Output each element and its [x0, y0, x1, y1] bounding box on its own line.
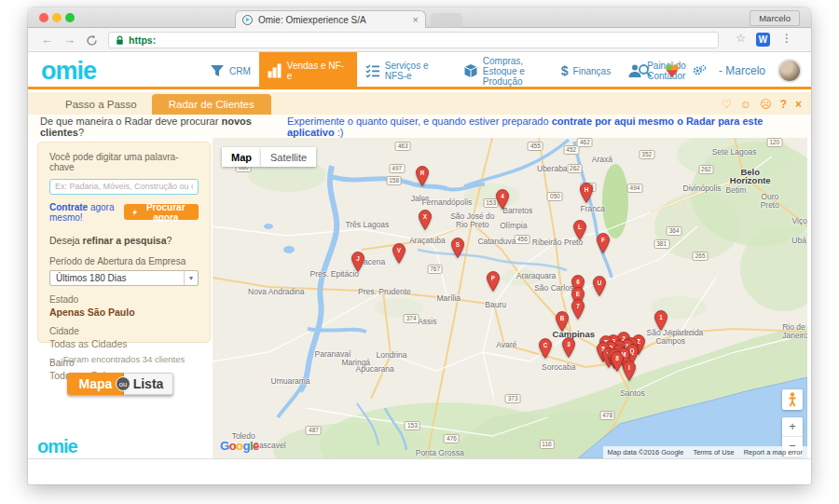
map-marker-H[interactable]: H — [580, 183, 593, 203]
new-tab-button[interactable] — [431, 13, 462, 28]
list-view-button[interactable]: Lista — [124, 373, 173, 395]
minimize-window-button[interactable] — [52, 13, 62, 22]
map-marker-I[interactable]: I — [623, 361, 636, 381]
app-header: omie CRM Vendas e NF-e Serviços e NFS-e … — [28, 52, 811, 89]
search-icon[interactable] — [638, 63, 653, 78]
road-shield: 767 — [427, 265, 443, 274]
svg-text:X: X — [423, 213, 428, 220]
road-shield: 265 — [693, 252, 708, 261]
city-label: Divinópolis — [683, 184, 722, 193]
checklist-icon — [365, 63, 380, 78]
browser-profile-chip[interactable]: Marcelo — [750, 10, 800, 26]
map-marker-X[interactable]: X — [419, 210, 432, 230]
road-shield: 374 — [404, 314, 420, 323]
map-marker-1[interactable]: 1 — [654, 310, 667, 331]
footer-omie-logo: omie — [37, 436, 77, 457]
city-label: Aparecida — [667, 329, 703, 337]
city-label: Fernandópolis — [421, 198, 472, 207]
svg-text:I: I — [628, 364, 630, 371]
map-marker-L[interactable]: L — [573, 220, 586, 240]
extension-icon[interactable]: W — [756, 33, 770, 47]
city-label: Sete Lagoas — [712, 148, 757, 157]
svg-text:J: J — [356, 255, 360, 262]
map-marker-7[interactable]: 7 — [571, 299, 585, 320]
user-menu[interactable]: - Marcelo — [719, 64, 765, 77]
maximize-window-button[interactable] — [65, 13, 75, 22]
svg-text:L: L — [578, 224, 582, 230]
nav-item-financas[interactable]: $ Finanças — [553, 52, 619, 89]
map-marker-S[interactable]: S — [451, 238, 464, 258]
map-marker-3[interactable]: 3 — [562, 337, 575, 358]
svg-text:V: V — [397, 246, 402, 252]
refine-question: Deseja refinar a pesquisa? — [49, 235, 199, 246]
lightning-icon — [132, 208, 137, 217]
svg-text:F: F — [601, 236, 605, 242]
nav-item-compras[interactable]: Compras, Estoque e Produção — [455, 52, 553, 89]
svg-text:B: B — [560, 315, 565, 321]
period-label: Período de Abertura da Empresa — [49, 256, 199, 266]
close-window-button[interactable] — [39, 13, 48, 22]
browser-tab[interactable]: Omie: Omiexperience S/A × — [235, 10, 426, 28]
smile-face-icon[interactable]: ☺ — [740, 99, 751, 110]
map-marker-4[interactable]: 4 — [496, 189, 509, 210]
chevron-down-icon: ▾ — [184, 271, 198, 285]
nav-item-servicos[interactable]: Serviços e NFS-e — [357, 52, 455, 89]
pegman-control[interactable] — [782, 389, 803, 410]
road-shield: 050 — [547, 192, 563, 201]
map-type-satellite-button[interactable]: Satellite — [261, 147, 316, 167]
map-marker-J[interactable]: J — [351, 252, 364, 272]
settings-gears-icon[interactable] — [692, 63, 707, 78]
zoom-in-button[interactable]: + — [782, 417, 803, 437]
user-avatar[interactable] — [777, 59, 802, 83]
hire-now-link[interactable]: Contrate agora mesmo! — [49, 202, 124, 223]
map-marker-V[interactable]: V — [392, 243, 406, 264]
svg-text:P: P — [491, 275, 496, 281]
road-shield: 352 — [639, 150, 654, 159]
pegman-icon — [788, 392, 797, 407]
tab-close-icon[interactable]: × — [413, 14, 419, 25]
nav-item-vendas[interactable]: Vendas e NF-e — [259, 52, 357, 89]
map-marker-C[interactable]: C — [539, 338, 552, 359]
https-lock-icon — [116, 35, 124, 46]
browser-menu-icon[interactable]: ⋮ — [781, 32, 792, 45]
city-label: Londrina — [376, 350, 406, 359]
omie-logo: omie — [41, 57, 96, 85]
map-marker-F[interactable]: F — [597, 233, 610, 253]
close-page-icon[interactable]: × — [795, 99, 802, 110]
nav-item-crm[interactable]: CRM — [201, 52, 259, 89]
map-type-map-button[interactable]: Map — [222, 147, 261, 167]
state-filter: Estado Apenas São Paulo — [49, 294, 199, 318]
terms-of-use-link[interactable]: Terms of Use — [688, 446, 738, 458]
period-select[interactable]: Últimos 180 Dias ▾ — [49, 270, 199, 286]
road-shield: 262 — [698, 165, 714, 174]
map-marker-R[interactable]: R — [416, 166, 429, 186]
apps-heart-icon[interactable] — [665, 63, 680, 78]
favorite-heart-icon[interactable]: ♡ — [722, 99, 732, 110]
help-icon[interactable]: ? — [780, 99, 787, 110]
state-value[interactable]: Apenas São Paulo — [49, 306, 199, 318]
bookmark-star-icon[interactable]: ☆ — [736, 32, 746, 45]
map-marker-U[interactable]: U — [593, 276, 606, 296]
map-marker-B[interactable]: B — [556, 311, 569, 332]
search-now-button[interactable]: Procurar agora — [124, 204, 199, 220]
city-label: Araxá — [592, 156, 612, 164]
forward-button[interactable]: → — [63, 32, 76, 48]
road-shield: 456 — [515, 235, 530, 244]
svg-text:H: H — [585, 185, 589, 192]
tab-passo-a-passo[interactable]: Passo a Passo — [50, 94, 152, 115]
map-marker-P[interactable]: P — [487, 271, 500, 292]
road-shield: 120 — [766, 138, 782, 147]
address-bar[interactable]: https: — [108, 32, 719, 48]
tab-title: Omie: Omiexperience S/A — [258, 15, 407, 25]
report-map-error-link[interactable]: Report a map error — [739, 446, 807, 458]
city-label: Umuarama — [271, 377, 310, 386]
google-map[interactable]: 0604634971581534554524622620506683521202… — [213, 138, 807, 458]
dollar-icon: $ — [561, 63, 569, 78]
keyword-input[interactable] — [49, 179, 199, 195]
tab-radar-de-clientes[interactable]: Radar de Clientes — [152, 94, 271, 115]
city-value[interactable]: Todas as Cidades — [49, 338, 199, 349]
back-button[interactable]: ← — [41, 32, 53, 48]
frown-face-icon[interactable]: ☹ — [760, 99, 772, 110]
svg-text:7: 7 — [576, 303, 580, 309]
reload-button[interactable] — [86, 34, 98, 50]
